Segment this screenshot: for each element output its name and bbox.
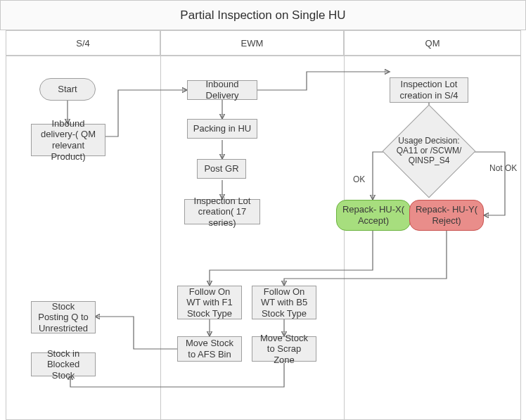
lane-header-s4: S/4	[6, 30, 160, 56]
node-packing-hu: Packing in HU	[187, 119, 257, 139]
node-follow-on-f1: Follow On WT with F1 Stock Type	[177, 286, 242, 319]
node-move-afs: Move Stock to AFS Bin	[177, 336, 242, 362]
node-move-scrap: Move Stock to Scrap Zone	[252, 336, 316, 362]
node-post-gr: Post GR	[197, 159, 246, 179]
node-usage-decision-label: Usage Decision: QA11 or /SCWM/ QINSP_S4	[383, 120, 475, 183]
node-repack-accept: Repack- HU-X( Accept)	[336, 200, 411, 231]
edge-label-ok: OK	[353, 174, 365, 184]
node-stock-posting-q: Stock Posting Q to Unrestricted	[31, 301, 96, 333]
page-title: Partial Inspection on Single HU	[0, 0, 526, 30]
node-usage-decision: Usage Decision: QA11 or /SCWM/ QINSP_S4	[383, 120, 475, 183]
node-follow-on-b5: Follow On WT with B5 Stock Type	[252, 286, 316, 319]
node-inbound-delivery-qm: Inbound delivery-( QM relevant Product)	[31, 124, 105, 156]
lane-body-ewm	[160, 56, 344, 420]
node-insp-lot-17: Inspection Lot creation( 17 series)	[184, 199, 260, 224]
node-insp-lot-s4: Inspection Lot creation in S/4	[390, 77, 468, 103]
node-start: Start	[39, 78, 96, 101]
lane-header-qm: QM	[344, 30, 521, 56]
node-repack-reject: Repack- HU-Y( Reject)	[409, 200, 484, 231]
node-stock-blocked: Stock in Blocked Stock	[31, 352, 96, 376]
edge-label-not-ok: Not OK	[489, 163, 517, 173]
lane-header-ewm: EWM	[160, 30, 344, 56]
diagram-frame: Partial Inspection on Single HU S/4 EWM …	[0, 0, 526, 420]
node-inbound-delivery: Inbound Delivery	[187, 80, 257, 100]
